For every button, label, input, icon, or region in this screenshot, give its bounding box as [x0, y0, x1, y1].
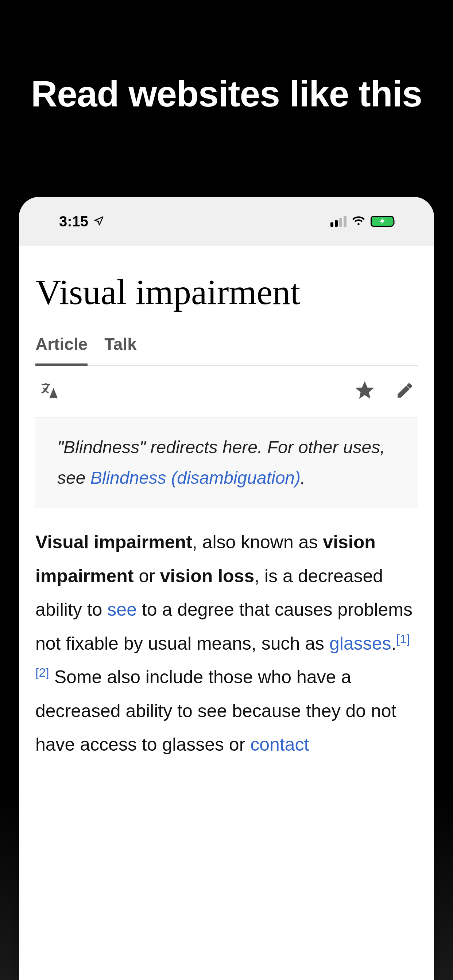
cellular-signal-icon [330, 216, 346, 227]
link-contact[interactable]: contact [250, 734, 309, 755]
citation-1[interactable]: [1] [396, 632, 410, 646]
edit-icon[interactable] [396, 381, 414, 401]
term-visual-impairment: Visual impairment [35, 532, 192, 552]
wifi-icon [352, 214, 365, 229]
battery-charging-icon [370, 216, 394, 227]
hatnote: "Blindness" redirects here. For other us… [35, 417, 418, 508]
star-icon[interactable] [356, 381, 374, 401]
article-body: Visual impairment, also known as vision … [35, 525, 418, 762]
page-toolbar [35, 366, 418, 417]
webpage-content: Visual impairment Article Talk [19, 246, 434, 762]
body-text: . [391, 633, 396, 654]
term-vision-loss: vision loss [160, 566, 254, 586]
body-text: , also known as [192, 532, 323, 552]
body-text: Some also include those who have a decre… [35, 667, 396, 755]
link-see[interactable]: see [107, 600, 137, 620]
link-glasses[interactable]: glasses [329, 633, 391, 654]
hatnote-link[interactable]: Blindness (disambiguation) [91, 468, 301, 487]
location-icon [93, 213, 104, 230]
tabs: Article Talk [35, 334, 418, 366]
hatnote-suffix: . [301, 468, 305, 487]
promo-headline: Read websites like this [0, 0, 453, 115]
phone-frame: 3:15 Visual impairment Article Talk [19, 197, 434, 980]
tab-article[interactable]: Article [35, 334, 88, 366]
tab-talk[interactable]: Talk [104, 334, 137, 365]
page-title: Visual impairment [35, 246, 418, 334]
status-bar: 3:15 [19, 197, 434, 246]
language-icon[interactable] [39, 380, 59, 402]
body-text: or [134, 566, 160, 586]
status-time: 3:15 [59, 213, 88, 230]
citation-2[interactable]: [2] [35, 665, 49, 679]
